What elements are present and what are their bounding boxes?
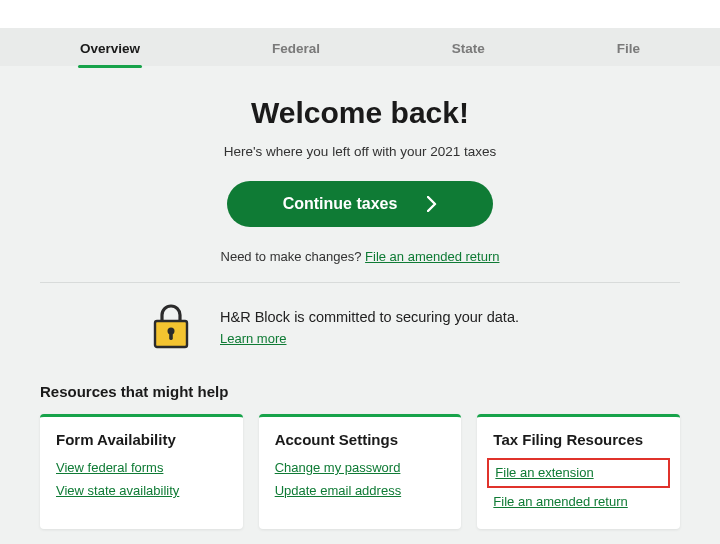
resources-heading: Resources that might help — [0, 369, 720, 414]
main-content: Welcome back! Here's where you left off … — [0, 66, 720, 369]
welcome-title: Welcome back! — [40, 96, 680, 130]
card-account-settings: Account Settings Change my password Upda… — [259, 414, 462, 529]
security-section: H&R Block is committed to securing your … — [40, 299, 680, 369]
file-amended-return-link-card[interactable]: File an amended return — [493, 494, 664, 509]
file-amended-return-link-top[interactable]: File an amended return — [365, 249, 499, 264]
changes-prefix: Need to make changes? — [221, 249, 366, 264]
divider — [40, 282, 680, 283]
security-message: H&R Block is committed to securing your … — [220, 309, 519, 325]
svg-rect-2 — [169, 332, 173, 340]
tab-file[interactable]: File — [617, 31, 640, 64]
tab-federal[interactable]: Federal — [272, 31, 320, 64]
file-an-extension-link[interactable]: File an extension — [495, 465, 593, 480]
chevron-right-icon — [427, 196, 437, 212]
view-federal-forms-link[interactable]: View federal forms — [56, 460, 227, 475]
card-title: Form Availability — [56, 431, 227, 448]
continue-taxes-label: Continue taxes — [283, 195, 398, 213]
top-blank-bar — [0, 0, 720, 28]
welcome-subtitle: Here's where you left off with your 2021… — [40, 144, 680, 159]
change-password-link[interactable]: Change my password — [275, 460, 446, 475]
update-email-link[interactable]: Update email address — [275, 483, 446, 498]
continue-taxes-button[interactable]: Continue taxes — [227, 181, 494, 227]
card-form-availability: Form Availability View federal forms Vie… — [40, 414, 243, 529]
resource-cards: Form Availability View federal forms Vie… — [0, 414, 720, 529]
security-learn-more-link[interactable]: Learn more — [220, 331, 519, 346]
lock-icon — [150, 303, 192, 351]
highlight-annotation: File an extension — [487, 458, 670, 488]
card-tax-filing-resources: Tax Filing Resources File an extension F… — [477, 414, 680, 529]
tab-overview[interactable]: Overview — [80, 31, 140, 64]
card-title: Account Settings — [275, 431, 446, 448]
view-state-availability-link[interactable]: View state availability — [56, 483, 227, 498]
tab-bar: Overview Federal State File — [0, 28, 720, 66]
card-title: Tax Filing Resources — [493, 431, 664, 448]
changes-line: Need to make changes? File an amended re… — [40, 249, 680, 264]
tab-state[interactable]: State — [452, 31, 485, 64]
